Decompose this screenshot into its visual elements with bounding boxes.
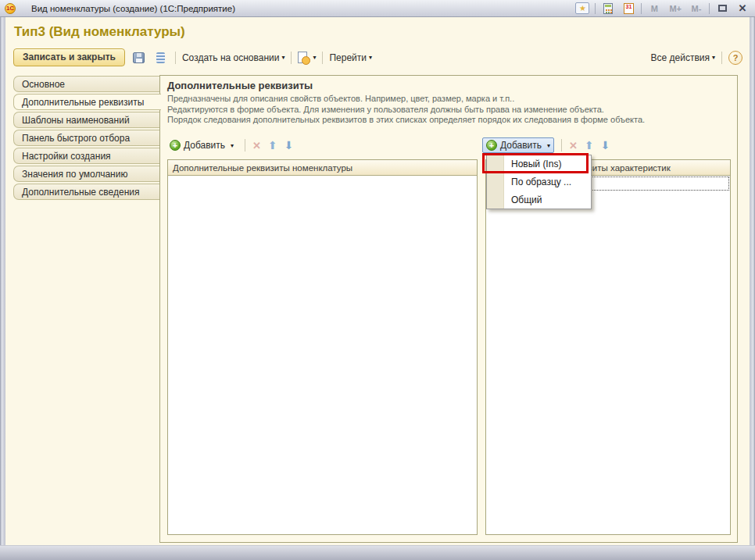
titlebar-separator [641,3,642,14]
left-add-button[interactable]: + Добавить ▾ [166,137,238,153]
all-actions-label: Все действия [651,52,710,63]
favorites-button[interactable]: ★ [574,2,590,16]
calendar-icon: 31 [624,3,634,14]
move-down-icon[interactable]: ⬇ [601,140,610,151]
chevron-down-icon: ▾ [231,142,234,149]
delete-icon[interactable]: ✕ [252,140,261,152]
calculator-button[interactable] [600,2,616,16]
memory-m-minus-button[interactable]: M- [689,2,704,16]
window-border-left [0,17,5,545]
chevron-down-icon: ▾ [712,54,715,61]
memory-m-plus-button[interactable]: M+ [667,2,684,16]
plus-icon: + [170,140,181,151]
app-window: 1С Вид номенклатуры (создание) (1С:Предп… [0,0,755,560]
all-actions-button[interactable]: Все действия ▾ [651,52,715,63]
list-icon [156,52,165,63]
calendar-button[interactable]: 31 [621,2,636,16]
add-label: Добавить [500,140,542,151]
section-heading: Дополнительные реквизиты [167,80,313,91]
main-panel: Дополнительные реквизиты Предназначены д… [159,75,738,543]
left-list-header[interactable]: Дополнительные реквизиты номенклатуры [168,160,477,176]
document-clock-icon [298,52,307,63]
move-up-icon[interactable]: ⬆ [585,140,594,151]
calculator-icon [603,3,613,14]
main-toolbar: Записать и закрыть Создать на основании … [13,48,742,67]
window-title: Вид номенклатуры (создание) (1С:Предприя… [31,4,235,13]
add-label: Добавить [184,140,225,151]
save-and-close-button[interactable]: Записать и закрыть [13,48,125,66]
sidebar-item-nastroyki[interactable]: Настройки создания [13,148,159,164]
window-border-right [750,17,755,545]
plus-icon: + [486,140,497,151]
chevron-down-icon: ▾ [281,54,284,61]
sidebar-item-osnovnoe[interactable]: Основное [13,76,159,92]
page-title: Тип3 (Вид номенклатуры) [14,24,185,40]
titlebar-separator [709,3,710,14]
save-icon [133,52,145,63]
create-based-on-button[interactable]: Создать на основании ▾ [182,52,285,63]
left-attributes-list[interactable]: Дополнительные реквизиты номенклатуры [167,159,478,535]
toolbar-separator [245,139,245,152]
move-up-icon[interactable]: ⬆ [268,140,277,151]
help-button[interactable]: ? [728,51,742,65]
menu-item-common[interactable]: Общий [487,191,591,209]
sidebar: Основное Дополнительные реквизиты Шаблон… [13,76,161,202]
sidebar-item-znacheniya[interactable]: Значения по умолчанию [13,166,159,182]
goto-button[interactable]: Перейти ▾ [329,52,372,63]
toolbar-separator [291,52,292,64]
hint-text: Предназначены для описания свойств объек… [167,94,645,126]
chevron-down-icon: ▾ [547,142,550,149]
close-icon: ✕ [739,3,747,14]
hint-line: Порядок следования дополнительных реквиз… [167,115,645,126]
move-down-icon[interactable]: ⬇ [284,140,294,151]
toolbar-separator [721,52,722,64]
title-bar: 1С Вид номенклатуры (создание) (1С:Предп… [0,0,755,17]
menu-item-by-sample[interactable]: По образцу ... [487,173,591,191]
delete-icon[interactable]: ✕ [569,140,578,152]
add-dropdown-menu: Новый (Ins) По образцу ... Общий [486,155,592,209]
sidebar-item-panel-otbora[interactable]: Панель быстрого отбора [13,130,159,146]
hint-line: Предназначены для описания свойств объек… [167,94,645,105]
sidebar-item-shablony[interactable]: Шаблоны наименований [13,112,159,128]
onec-logo-icon: 1С [5,3,16,14]
right-attributes-list[interactable]: Дополнительные реквизиты характеристик [485,159,731,535]
chevron-down-icon: ▾ [369,54,372,61]
menu-item-new[interactable]: Новый (Ins) [487,155,591,173]
show-in-list-button[interactable] [153,51,169,65]
sidebar-item-dop-rekvizity[interactable]: Дополнительные реквизиты [13,94,161,110]
toolbar-separator [175,52,176,64]
window-border-bottom [0,545,755,560]
titlebar-separator [595,3,596,14]
toolbar-separator [322,52,323,64]
hint-line: Редактируются в форме объекта. Для измен… [167,105,645,116]
goto-label: Перейти [329,52,367,63]
right-add-button[interactable]: + Добавить ▾ [482,137,554,153]
maximize-icon [718,5,727,12]
memory-m-button[interactable]: M [646,2,662,16]
left-list-toolbar: + Добавить ▾ ✕ ⬆ ⬇ [166,137,293,154]
reports-button[interactable]: ▾ [298,52,316,63]
toolbar-separator [561,139,562,152]
save-button[interactable] [131,51,147,65]
close-button[interactable]: ✕ [735,2,750,16]
chevron-down-icon: ▾ [313,54,316,61]
create-based-on-label: Создать на основании [182,52,280,63]
sidebar-item-dop-svedeniya[interactable]: Дополнительные сведения [13,184,159,200]
right-list-toolbar: + Добавить ▾ ✕ ⬆ ⬇ [482,137,610,154]
maximize-button[interactable] [714,2,730,16]
star-icon: ★ [575,2,589,14]
